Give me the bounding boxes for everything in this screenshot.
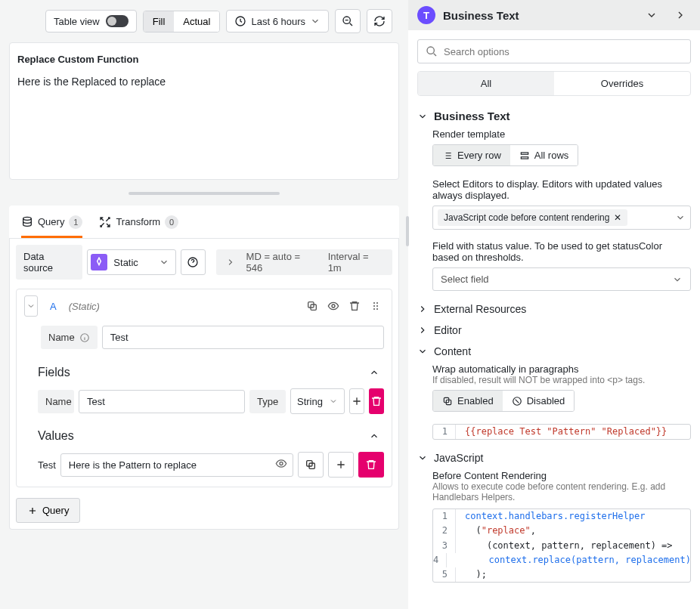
refresh-icon bbox=[373, 15, 386, 27]
chevron-down-icon bbox=[417, 111, 428, 122]
tab-transform-label: Transform bbox=[116, 216, 160, 227]
status-field-select[interactable]: Select field bbox=[432, 267, 691, 291]
tab-all[interactable]: All bbox=[418, 72, 554, 95]
field-name-input[interactable] bbox=[79, 390, 245, 413]
line-number: 1 bbox=[433, 425, 456, 439]
drag-handle[interactable] bbox=[367, 298, 384, 314]
collapse-query-button[interactable] bbox=[24, 295, 38, 317]
chevron-right-icon bbox=[417, 325, 428, 335]
section-external-resources[interactable]: External Resources bbox=[417, 301, 691, 317]
zoom-out-button[interactable] bbox=[335, 9, 361, 33]
delete-value-button[interactable] bbox=[358, 452, 384, 478]
trash-icon bbox=[348, 300, 361, 312]
opt-every-row[interactable]: Every row bbox=[433, 145, 510, 165]
eye-icon bbox=[275, 458, 287, 470]
copy-icon bbox=[442, 396, 453, 407]
copy-value-button[interactable] bbox=[298, 452, 324, 478]
chevron-down-icon bbox=[417, 453, 428, 463]
value-input[interactable] bbox=[60, 453, 293, 477]
copy-query-button[interactable] bbox=[304, 298, 321, 314]
svg-point-11 bbox=[373, 308, 375, 310]
split-scrollbar[interactable] bbox=[406, 216, 409, 246]
svg-point-12 bbox=[376, 308, 378, 310]
section-content[interactable]: Content bbox=[417, 344, 691, 359]
delete-query-button[interactable] bbox=[346, 298, 363, 314]
editors-multiselect[interactable]: JavaScript code before content rendering… bbox=[432, 206, 691, 230]
fill-actual-group: Fill Actual bbox=[143, 11, 221, 32]
opt-wrap-enabled[interactable]: Enabled bbox=[433, 391, 503, 411]
tab-overrides[interactable]: Overrides bbox=[554, 72, 690, 95]
chevron-down-icon bbox=[646, 9, 658, 21]
copy-icon bbox=[305, 459, 317, 471]
wrap-label: Wrap automatically in paragraphs bbox=[432, 363, 691, 375]
md-text: MD = auto = 546 bbox=[246, 251, 317, 274]
chevron-down-icon bbox=[26, 301, 36, 311]
js-sub-help: Allows to execute code before content re… bbox=[432, 481, 691, 502]
time-range-picker[interactable]: Last 6 hours bbox=[226, 10, 329, 32]
next-panel-button[interactable] bbox=[670, 5, 691, 26]
refresh-button[interactable] bbox=[367, 9, 392, 33]
datasource-icon bbox=[91, 254, 107, 270]
chevron-right-icon bbox=[674, 9, 686, 21]
table-view-toggle[interactable]: Table view bbox=[45, 10, 137, 32]
chevron-down-icon bbox=[672, 274, 683, 285]
options-tabs: All Overrides bbox=[417, 71, 691, 96]
editor-chip-js-before[interactable]: JavaScript code before content rendering… bbox=[438, 209, 627, 226]
datasource-picker[interactable]: Static bbox=[87, 249, 175, 275]
bottom-tab-bar: Query 1 Transform 0 bbox=[9, 206, 399, 239]
section-editor[interactable]: Editor bbox=[417, 323, 691, 338]
query-name-label: Name bbox=[41, 326, 98, 349]
section-business-text[interactable]: Business Text bbox=[417, 108, 691, 124]
clock-icon bbox=[234, 15, 246, 27]
chip-remove[interactable]: ✕ bbox=[614, 212, 621, 223]
chevron-down-icon bbox=[159, 257, 169, 267]
search-placeholder: Search options bbox=[444, 46, 510, 57]
svg-point-17 bbox=[427, 47, 434, 54]
content-code-editor[interactable]: 1 {{replace Test "Pattern" "Replaced"}} bbox=[432, 424, 691, 440]
value-name-label: Test bbox=[38, 459, 56, 471]
svg-point-6 bbox=[332, 304, 335, 308]
plus-icon bbox=[335, 459, 347, 471]
tab-transform-count: 0 bbox=[165, 215, 178, 229]
field-type-select[interactable]: String bbox=[290, 388, 345, 414]
datasource-help-button[interactable] bbox=[181, 249, 206, 275]
fill-button[interactable]: Fill bbox=[144, 11, 175, 32]
actual-button[interactable]: Actual bbox=[174, 11, 219, 32]
delete-field-button[interactable] bbox=[369, 388, 384, 414]
toggle-visibility-button[interactable] bbox=[325, 298, 342, 314]
add-field-button[interactable] bbox=[349, 388, 364, 414]
status-field-label: Field with status value. To be used to g… bbox=[432, 240, 691, 263]
search-options-input[interactable]: Search options bbox=[417, 39, 691, 63]
opt-wrap-disabled[interactable]: Disabled bbox=[503, 391, 575, 411]
query-panel: Data source Static MD = auto = 546 Inter… bbox=[9, 239, 399, 530]
table-view-switch[interactable] bbox=[106, 15, 129, 27]
table-view-label: Table view bbox=[54, 16, 100, 27]
plus-icon bbox=[27, 505, 38, 516]
tab-transform[interactable]: Transform 0 bbox=[99, 206, 178, 238]
field-type-label: Type bbox=[249, 390, 286, 413]
panel-preview: Replace Custom Function Here is the Repl… bbox=[9, 42, 399, 180]
trash-icon bbox=[365, 459, 377, 471]
add-value-button[interactable] bbox=[328, 452, 354, 478]
collapse-sidebar-button[interactable] bbox=[641, 5, 662, 26]
opt-all-rows[interactable]: All rows bbox=[510, 145, 578, 165]
section-javascript[interactable]: JavaScript bbox=[417, 450, 691, 465]
svg-point-7 bbox=[373, 302, 375, 304]
fields-heading[interactable]: Fields bbox=[17, 357, 392, 385]
values-heading[interactable]: Values bbox=[17, 420, 392, 449]
preview-scrollbar[interactable] bbox=[129, 192, 280, 195]
add-query-button[interactable]: Query bbox=[16, 498, 80, 523]
plugin-icon: T bbox=[417, 6, 435, 24]
query-name-input[interactable] bbox=[102, 326, 384, 349]
eye-icon bbox=[327, 300, 339, 312]
tab-query[interactable]: Query 1 bbox=[21, 206, 82, 238]
js-code-editor[interactable]: 1context.handlebars.registerHelper 2 ("r… bbox=[432, 509, 691, 583]
reveal-button[interactable] bbox=[275, 458, 287, 472]
trash-icon bbox=[370, 395, 383, 407]
panel-type-title[interactable]: Business Text bbox=[443, 9, 633, 22]
list-icon bbox=[442, 150, 453, 161]
plus-icon bbox=[351, 395, 363, 407]
query-options-toggle[interactable]: MD = auto = 546 Interval = 1m bbox=[216, 249, 392, 275]
query-letter[interactable]: A bbox=[45, 301, 61, 312]
zoom-out-icon bbox=[342, 15, 354, 27]
